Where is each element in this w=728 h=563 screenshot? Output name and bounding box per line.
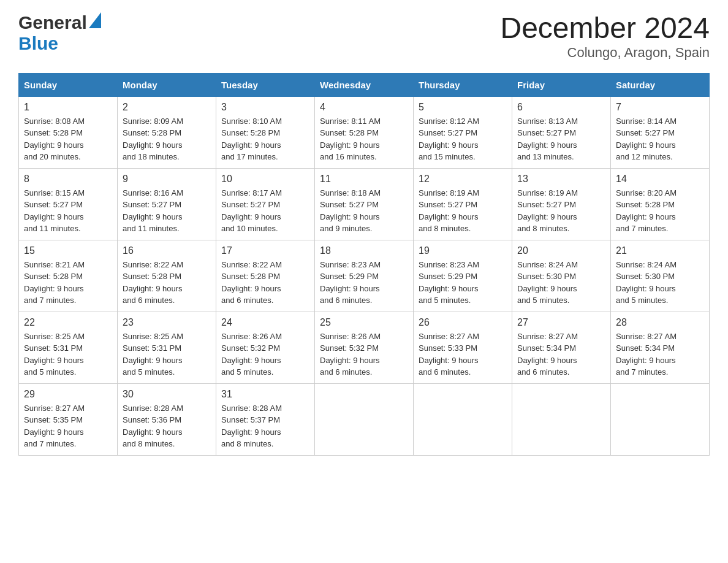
day-detail: Sunrise: 8:28 AMSunset: 5:37 PMDaylight:…: [221, 402, 309, 450]
day-number: 13: [517, 174, 605, 185]
calendar-row: 22Sunrise: 8:25 AMSunset: 5:31 PMDayligh…: [19, 312, 710, 383]
day-detail: Sunrise: 8:25 AMSunset: 5:31 PMDaylight:…: [123, 331, 211, 378]
day-number: 18: [320, 245, 408, 256]
day-number: 31: [221, 389, 309, 400]
calendar-row: 8Sunrise: 8:15 AMSunset: 5:27 PMDaylight…: [19, 168, 710, 240]
calendar-cell: 15Sunrise: 8:21 AMSunset: 5:28 PMDayligh…: [19, 240, 118, 312]
calendar-cell: 4Sunrise: 8:11 AMSunset: 5:28 PMDaylight…: [315, 96, 414, 168]
day-detail: Sunrise: 8:28 AMSunset: 5:36 PMDaylight:…: [123, 402, 211, 450]
calendar-cell: 23Sunrise: 8:25 AMSunset: 5:31 PMDayligh…: [118, 312, 216, 383]
calendar-cell: 14Sunrise: 8:20 AMSunset: 5:28 PMDayligh…: [611, 168, 710, 240]
day-detail: Sunrise: 8:08 AMSunset: 5:28 PMDaylight:…: [24, 115, 112, 163]
day-number: 22: [24, 317, 112, 328]
day-number: 30: [123, 389, 211, 400]
logo-general: General: [18, 12, 87, 33]
day-detail: Sunrise: 8:16 AMSunset: 5:27 PMDaylight:…: [123, 187, 211, 235]
day-number: 16: [123, 245, 211, 256]
day-number: 10: [221, 174, 309, 185]
calendar-cell: 17Sunrise: 8:22 AMSunset: 5:28 PMDayligh…: [216, 240, 315, 312]
day-detail: Sunrise: 8:18 AMSunset: 5:27 PMDaylight:…: [320, 187, 408, 235]
day-detail: Sunrise: 8:19 AMSunset: 5:27 PMDaylight:…: [517, 187, 605, 235]
calendar-cell: 10Sunrise: 8:17 AMSunset: 5:27 PMDayligh…: [216, 168, 315, 240]
day-number: 3: [221, 102, 309, 113]
calendar-cell: 1Sunrise: 8:08 AMSunset: 5:28 PMDaylight…: [19, 96, 118, 168]
day-detail: Sunrise: 8:13 AMSunset: 5:27 PMDaylight:…: [517, 115, 605, 163]
calendar-cell: 28Sunrise: 8:27 AMSunset: 5:34 PMDayligh…: [611, 312, 710, 383]
calendar-row: 29Sunrise: 8:27 AMSunset: 5:35 PMDayligh…: [19, 383, 710, 455]
day-number: 21: [616, 245, 704, 256]
header-friday: Friday: [512, 73, 611, 96]
header-wednesday: Wednesday: [315, 73, 414, 96]
day-number: 2: [123, 102, 211, 113]
calendar-cell: 24Sunrise: 8:26 AMSunset: 5:32 PMDayligh…: [216, 312, 315, 383]
calendar-cell: 20Sunrise: 8:24 AMSunset: 5:30 PMDayligh…: [512, 240, 611, 312]
calendar-cell: 16Sunrise: 8:22 AMSunset: 5:28 PMDayligh…: [118, 240, 216, 312]
day-detail: Sunrise: 8:26 AMSunset: 5:32 PMDaylight:…: [320, 331, 408, 378]
header-saturday: Saturday: [611, 73, 710, 96]
calendar-cell: 7Sunrise: 8:14 AMSunset: 5:27 PMDaylight…: [611, 96, 710, 168]
header-sunday: Sunday: [19, 73, 118, 96]
title-block: December 2024 Colungo, Aragon, Spain: [500, 12, 710, 61]
day-detail: Sunrise: 8:27 AMSunset: 5:35 PMDaylight:…: [24, 402, 112, 450]
day-number: 5: [419, 102, 507, 113]
day-detail: Sunrise: 8:23 AMSunset: 5:29 PMDaylight:…: [419, 259, 507, 307]
day-detail: Sunrise: 8:23 AMSunset: 5:29 PMDaylight:…: [320, 259, 408, 307]
day-detail: Sunrise: 8:24 AMSunset: 5:30 PMDaylight:…: [517, 259, 605, 307]
calendar-cell: 2Sunrise: 8:09 AMSunset: 5:28 PMDaylight…: [118, 96, 216, 168]
day-number: 7: [616, 102, 704, 113]
day-number: 24: [221, 317, 309, 328]
calendar-cell: 13Sunrise: 8:19 AMSunset: 5:27 PMDayligh…: [512, 168, 611, 240]
calendar-cell: 9Sunrise: 8:16 AMSunset: 5:27 PMDaylight…: [118, 168, 216, 240]
calendar-cell: 25Sunrise: 8:26 AMSunset: 5:32 PMDayligh…: [315, 312, 414, 383]
day-number: 4: [320, 102, 408, 113]
day-number: 20: [517, 245, 605, 256]
day-detail: Sunrise: 8:22 AMSunset: 5:28 PMDaylight:…: [221, 259, 309, 307]
calendar-cell: 30Sunrise: 8:28 AMSunset: 5:36 PMDayligh…: [118, 383, 216, 455]
calendar-row: 1Sunrise: 8:08 AMSunset: 5:28 PMDaylight…: [19, 96, 710, 168]
calendar-cell: 6Sunrise: 8:13 AMSunset: 5:27 PMDaylight…: [512, 96, 611, 168]
calendar-cell: [611, 383, 710, 455]
day-number: 14: [616, 174, 704, 185]
day-number: 19: [419, 245, 507, 256]
calendar-cell: 8Sunrise: 8:15 AMSunset: 5:27 PMDaylight…: [19, 168, 118, 240]
header-row: Sunday Monday Tuesday Wednesday Thursday…: [19, 73, 710, 96]
day-detail: Sunrise: 8:10 AMSunset: 5:28 PMDaylight:…: [221, 115, 309, 163]
day-number: 11: [320, 174, 408, 185]
day-number: 12: [419, 174, 507, 185]
calendar-cell: 22Sunrise: 8:25 AMSunset: 5:31 PMDayligh…: [19, 312, 118, 383]
day-detail: Sunrise: 8:21 AMSunset: 5:28 PMDaylight:…: [24, 259, 112, 307]
day-detail: Sunrise: 8:09 AMSunset: 5:28 PMDaylight:…: [123, 115, 211, 163]
calendar-cell: 5Sunrise: 8:12 AMSunset: 5:27 PMDaylight…: [414, 96, 512, 168]
day-number: 6: [517, 102, 605, 113]
calendar-cell: 21Sunrise: 8:24 AMSunset: 5:30 PMDayligh…: [611, 240, 710, 312]
calendar-table: Sunday Monday Tuesday Wednesday Thursday…: [18, 73, 710, 456]
day-number: 23: [123, 317, 211, 328]
calendar-cell: 27Sunrise: 8:27 AMSunset: 5:34 PMDayligh…: [512, 312, 611, 383]
day-detail: Sunrise: 8:27 AMSunset: 5:34 PMDaylight:…: [517, 331, 605, 378]
logo-arrow-icon: [89, 12, 101, 28]
logo: General Blue: [18, 12, 101, 54]
calendar-cell: 11Sunrise: 8:18 AMSunset: 5:27 PMDayligh…: [315, 168, 414, 240]
day-number: 9: [123, 174, 211, 185]
day-detail: Sunrise: 8:19 AMSunset: 5:27 PMDaylight:…: [419, 187, 507, 235]
day-number: 15: [24, 245, 112, 256]
page-subtitle: Colungo, Aragon, Spain: [500, 45, 710, 61]
day-number: 25: [320, 317, 408, 328]
calendar-cell: 26Sunrise: 8:27 AMSunset: 5:33 PMDayligh…: [414, 312, 512, 383]
header-thursday: Thursday: [414, 73, 512, 96]
day-number: 1: [24, 102, 112, 113]
day-number: 29: [24, 389, 112, 400]
calendar-row: 15Sunrise: 8:21 AMSunset: 5:28 PMDayligh…: [19, 240, 710, 312]
calendar-cell: 19Sunrise: 8:23 AMSunset: 5:29 PMDayligh…: [414, 240, 512, 312]
day-detail: Sunrise: 8:20 AMSunset: 5:28 PMDaylight:…: [616, 187, 704, 235]
day-number: 28: [616, 317, 704, 328]
calendar-cell: 18Sunrise: 8:23 AMSunset: 5:29 PMDayligh…: [315, 240, 414, 312]
day-detail: Sunrise: 8:15 AMSunset: 5:27 PMDaylight:…: [24, 187, 112, 235]
day-detail: Sunrise: 8:11 AMSunset: 5:28 PMDaylight:…: [320, 115, 408, 163]
page-header: General Blue December 2024 Colungo, Arag…: [18, 12, 710, 61]
day-detail: Sunrise: 8:27 AMSunset: 5:33 PMDaylight:…: [419, 331, 507, 378]
day-detail: Sunrise: 8:17 AMSunset: 5:27 PMDaylight:…: [221, 187, 309, 235]
page-title: December 2024: [500, 12, 710, 45]
logo-blue: Blue: [18, 33, 58, 54]
calendar-cell: 31Sunrise: 8:28 AMSunset: 5:37 PMDayligh…: [216, 383, 315, 455]
